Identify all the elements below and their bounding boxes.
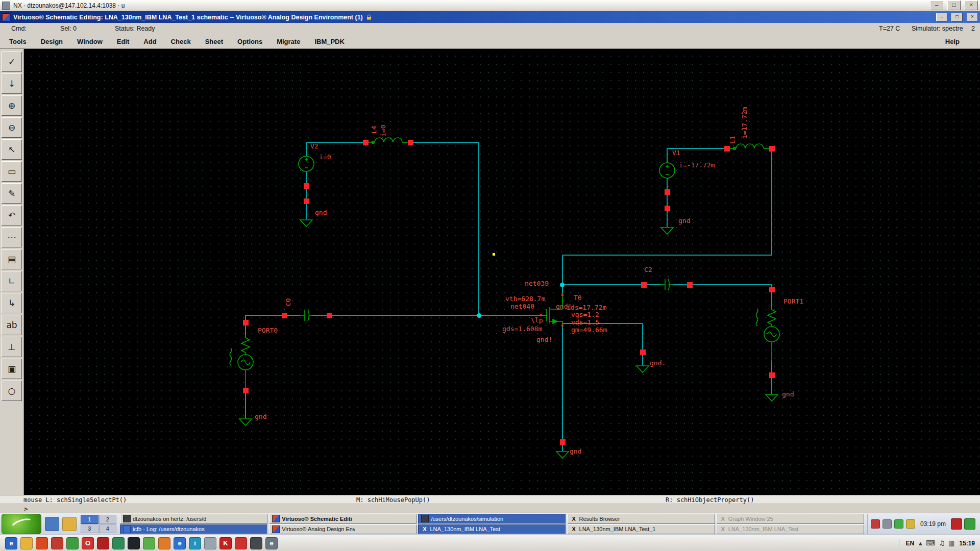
net-label[interactable]: gnd [255, 413, 266, 420]
vsource-symbol-V2[interactable] [297, 155, 315, 175]
task-button[interactable]: dtzounakos on hertz: /users/d [120, 514, 267, 524]
net-label[interactable]: C2 [644, 266, 652, 273]
net-label[interactable]: vds=1.5 [571, 319, 599, 325]
net-label[interactable]: L1 [729, 136, 736, 144]
red-app-icon[interactable] [97, 537, 109, 549]
stretch-icon[interactable]: ↖ [2, 139, 22, 160]
schematic-canvas[interactable]: V2i=0gndL4i=0V1i=-17.72mgndL1i=17.72mC2P… [24, 49, 980, 495]
home-folder-icon[interactable] [62, 517, 77, 531]
wire-segment[interactable] [246, 315, 300, 316]
net-label[interactable]: C0 [285, 298, 291, 306]
menu-options[interactable]: Options [237, 38, 262, 45]
net-label[interactable]: PORT0 [258, 327, 278, 334]
undo-icon[interactable]: ↶ [2, 205, 22, 226]
net-label[interactable]: ids=17.72m [567, 304, 606, 311]
green-app-icon[interactable] [66, 537, 79, 549]
menu-add[interactable]: Add [143, 38, 156, 45]
wire-segment[interactable] [562, 255, 563, 295]
check-icon[interactable]: ✓ [2, 52, 22, 72]
wire-segment[interactable] [562, 255, 772, 256]
pin-icon[interactable]: ⊥ [2, 337, 22, 357]
wire-corner-icon[interactable]: ∟ [2, 271, 22, 291]
browser-e-icon[interactable]: e [5, 537, 17, 549]
inductor-symbol-L1[interactable] [727, 142, 772, 157]
pin-handle[interactable] [724, 146, 730, 152]
task-button[interactable]: XLNA_130nm_IBM LNA_Test [717, 524, 864, 535]
wire-segment[interactable] [642, 323, 643, 365]
net-label[interactable]: L4 [371, 126, 377, 134]
tray-red-icon[interactable] [871, 519, 880, 529]
network-icon[interactable]: ▦ [948, 539, 954, 547]
save-icon[interactable]: ↓ [2, 73, 22, 94]
pin-handle[interactable] [408, 140, 413, 145]
net-label[interactable]: i=17.72m [741, 107, 748, 139]
opera-icon[interactable]: O [82, 537, 94, 549]
session-green-icon[interactable] [964, 518, 975, 530]
task-button[interactable]: XGraph Window 25 [717, 514, 864, 524]
narrow-wire-icon[interactable]: ↳ [2, 293, 22, 313]
net-label[interactable]: net039 [525, 280, 549, 287]
pin-handle[interactable] [665, 206, 670, 211]
media-player-icon[interactable] [36, 537, 48, 549]
gnd-symbol-gnd-source[interactable] [556, 451, 569, 461]
pin-handle[interactable] [560, 439, 566, 445]
wire-segment[interactable] [667, 178, 668, 227]
net-label[interactable]: \lp [531, 317, 543, 323]
menu-sheet[interactable]: Sheet [205, 38, 223, 45]
pin-handle[interactable] [304, 198, 309, 204]
app-minimize-button[interactable]: – [936, 13, 947, 21]
gnd-symbol-gnd-PORT0[interactable] [239, 418, 252, 429]
squiggle-symbol-PORT1-sine[interactable] [753, 308, 761, 330]
tray-gray-icon[interactable] [883, 519, 892, 529]
net-label[interactable]: gnd [570, 448, 581, 455]
pin-handle[interactable] [304, 183, 309, 189]
port-symbol-PORT0[interactable] [234, 334, 257, 392]
language-indicator[interactable]: EN [905, 540, 914, 547]
wire-segment[interactable] [410, 142, 479, 143]
port-symbol-PORT1[interactable] [761, 306, 783, 364]
net-label[interactable]: i=-17.72m [679, 162, 715, 168]
inductor-symbol-L4[interactable] [365, 136, 410, 151]
info-icon[interactable]: i [189, 537, 201, 549]
flame-icon[interactable] [158, 537, 170, 549]
wire-segment[interactable] [312, 315, 547, 316]
pin-handle[interactable] [363, 140, 369, 145]
desktop-3[interactable]: 3 [81, 524, 99, 534]
net-label[interactable]: gnd! [536, 336, 552, 343]
ruler-icon[interactable]: ▤ [2, 249, 22, 269]
pin-handle[interactable] [640, 349, 646, 355]
net-label[interactable]: i=0 [319, 154, 331, 160]
documents-icon[interactable] [204, 537, 216, 549]
wire-segment[interactable] [306, 171, 307, 219]
net-label[interactable]: net040 [510, 303, 534, 310]
session-red-icon[interactable] [951, 518, 962, 530]
net-label[interactable]: T0 [574, 294, 582, 301]
tray-yellow-icon[interactable] [906, 519, 915, 529]
close-button[interactable]: × [965, 1, 978, 10]
pin-handle[interactable] [327, 313, 332, 318]
net-label[interactable]: vth=628.7m [505, 295, 545, 302]
copy-icon[interactable]: ▭ [2, 161, 22, 182]
zoom-in-icon[interactable]: ⊕ [2, 95, 22, 116]
net-label[interactable]: gnd [678, 217, 690, 224]
terminal-app-icon[interactable] [128, 537, 140, 549]
wire-segment[interactable] [562, 325, 563, 451]
gnd-symbol-gnd-V1[interactable] [660, 227, 674, 237]
repeat-icon[interactable]: ⋯ [2, 227, 22, 247]
net-label[interactable]: gds=1.608m [502, 325, 542, 332]
task-button[interactable]: Virtuoso® Schematic Editi [269, 514, 416, 524]
pin-handle[interactable] [665, 189, 670, 195]
net-label[interactable]: V2 [310, 143, 318, 149]
task-button[interactable]: Virtuoso® Analog Design Env [269, 524, 416, 535]
menu-check[interactable]: Check [171, 38, 191, 45]
task-button[interactable]: XResults Browser [568, 514, 715, 524]
gnd-symbol-gnd-PORT1[interactable] [765, 394, 778, 404]
task-button[interactable]: XLNA_130nm_IBM LNA_Test_1 [568, 524, 715, 535]
green-doc-icon[interactable] [112, 537, 125, 549]
net-label[interactable]: gnd [315, 209, 327, 216]
gear-app-icon[interactable] [250, 537, 262, 549]
gnd-symbol-gnd-V2[interactable] [300, 219, 313, 230]
menu-migrate[interactable]: Migrate [277, 38, 300, 45]
wire-segment[interactable] [667, 148, 668, 163]
zoom-out-icon[interactable]: ⊖ [2, 117, 22, 138]
